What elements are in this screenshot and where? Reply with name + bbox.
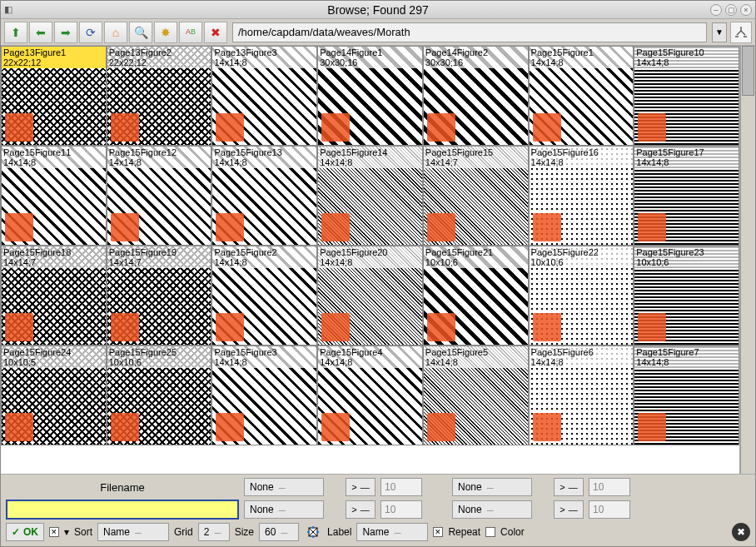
filter1-value[interactable] (380, 478, 422, 496)
scrollbar[interactable] (740, 46, 755, 474)
up-icon[interactable]: ⬆ (4, 22, 27, 43)
search-icon[interactable]: 🔍 (129, 22, 152, 43)
thumbnail[interactable]: Page15Figure1114x14;8 (1, 146, 107, 246)
filter1-op[interactable]: >— (346, 478, 376, 496)
ok-button[interactable]: ✓ OK (6, 523, 44, 541)
thumbnail[interactable]: Page15Figure1214x14;8 (107, 146, 212, 246)
back-icon[interactable]: ⬅ (29, 22, 52, 43)
thumbnail[interactable]: Page15Figure714x14;8 (634, 346, 739, 445)
size-label: Size (235, 526, 254, 538)
accent-swatch (427, 113, 455, 142)
sort-checkbox[interactable]: ✕ (49, 527, 59, 537)
minimize-button[interactable]: – (710, 4, 722, 16)
thumbnail-grid: Page13Figure122x22;12Page13Figure222x22;… (1, 46, 740, 474)
size-select[interactable]: 60— (259, 523, 299, 541)
filter3-op[interactable]: >— (346, 500, 376, 519)
accent-swatch (111, 113, 139, 142)
sort-by-select[interactable]: Name— (97, 523, 169, 541)
panel-close-button[interactable]: ✖ (732, 523, 750, 541)
ab-icon[interactable]: AB (179, 22, 202, 43)
thumbnail-label: Page15Figure714x14;8 (634, 346, 739, 368)
accent-swatch (427, 413, 455, 441)
pattern-icon[interactable] (304, 523, 322, 541)
thumbnail[interactable]: Page15Figure114x14;8 (529, 46, 634, 146)
thumbnail-label: Page15Figure2510x10;6 (107, 346, 211, 368)
label-by-select[interactable]: Name— (356, 523, 428, 541)
filter2-op[interactable]: >— (554, 478, 584, 496)
thumbnail[interactable]: Page15Figure514x14;8 (423, 346, 529, 445)
grid-select[interactable]: 2— (198, 523, 230, 541)
funnel-icon: ▾ (64, 526, 69, 538)
thumbnail[interactable]: Page15Figure1014x14;8 (634, 46, 739, 146)
thumbnail[interactable]: Page15Figure1614x14;8 (529, 146, 634, 246)
refresh-icon[interactable]: ⟳ (79, 22, 102, 43)
scrollbar-thumb[interactable] (742, 46, 754, 96)
thumbnail[interactable]: Page15Figure2014x14;8 (317, 246, 423, 346)
tree-icon[interactable] (730, 22, 752, 43)
thumbnail-label: Page15Figure1714x14;8 (634, 147, 739, 168)
edit-icon[interactable]: ✸ (154, 22, 177, 43)
path-dropdown-icon[interactable]: ▼ (712, 22, 727, 42)
thumbnail[interactable]: Page15Figure2410x10;5 (1, 346, 107, 445)
color-checkbox[interactable] (485, 527, 495, 537)
grid-area: Page13Figure122x22;12Page13Figure222x22;… (1, 46, 755, 474)
thumbnail-label: Page15Figure2014x14;8 (318, 246, 422, 268)
thumbnail[interactable]: Page14Figure230x30;16 (423, 46, 529, 146)
thumbnail-label: Page15Figure2210x10;6 (530, 246, 634, 268)
filter3-value[interactable] (380, 500, 422, 519)
thumbnail-label: Page15Figure1614x14;8 (530, 147, 634, 168)
thumbnail-label: Page15Figure214x14;8 (212, 246, 316, 268)
accent-swatch (216, 313, 244, 341)
thumbnail[interactable]: Page15Figure214x14;8 (211, 246, 317, 346)
accent-swatch (638, 213, 666, 241)
filter2-select[interactable]: None— (452, 478, 532, 496)
thumbnail-label: Page15Figure414x14;8 (318, 346, 422, 368)
thumbnail[interactable]: Page13Figure222x22;12 (107, 46, 212, 146)
accent-swatch (533, 113, 561, 142)
thumbnail-label: Page14Figure130x30;16 (318, 47, 422, 68)
thumbnail[interactable]: Page15Figure614x14;8 (529, 346, 634, 445)
thumbnail[interactable]: Page15Figure2310x10;6 (634, 246, 739, 346)
filename-input[interactable] (6, 500, 239, 520)
bottom-panel: Filename None— >— None— >— None— >— None… (1, 474, 755, 546)
thumbnail-label: Page14Figure230x30;16 (424, 47, 528, 68)
thumbnail[interactable]: Page15Figure1914x14;7 (107, 246, 212, 346)
thumbnail[interactable]: Page15Figure1514x14;7 (423, 146, 529, 246)
thumbnail[interactable]: Page15Figure1314x14;8 (211, 146, 317, 246)
accent-swatch (5, 413, 33, 441)
thumbnail[interactable]: Page15Figure1814x14;7 (1, 246, 107, 346)
thumbnail[interactable]: Page15Figure2210x10;6 (529, 246, 634, 346)
titlebar: ◧ Browse; Found 297 – ▢ × (1, 1, 755, 19)
thumbnail[interactable]: Page15Figure2510x10;6 (107, 346, 212, 445)
thumbnail[interactable]: Page13Figure122x22;12 (1, 46, 107, 146)
filter4-value[interactable] (589, 500, 630, 519)
thumbnail[interactable]: Page15Figure1714x14;8 (634, 146, 739, 246)
thumbnail[interactable]: Page13Figure314x14;8 (211, 46, 317, 146)
repeat-checkbox[interactable]: ✕ (433, 527, 443, 537)
thumbnail-label: Page13Figure222x22;12 (107, 47, 211, 68)
close-button[interactable]: × (740, 4, 752, 16)
filter3-select[interactable]: None— (244, 500, 324, 519)
color-label: Color (500, 526, 525, 538)
thumbnail[interactable]: Page15Figure2110x10;6 (423, 246, 529, 346)
repeat-label: Repeat (448, 526, 480, 538)
thumbnail[interactable]: Page15Figure414x14;8 (317, 346, 423, 445)
filter4-select[interactable]: None— (452, 500, 532, 519)
accent-swatch (533, 213, 561, 241)
accent-swatch (638, 113, 666, 142)
thumbnail[interactable]: Page15Figure1414x14;8 (317, 146, 423, 246)
filter1-select[interactable]: None— (244, 478, 324, 496)
grid-label: Grid (174, 526, 193, 538)
thumbnail-label: Page15Figure1014x14;8 (634, 47, 739, 68)
filter2-value[interactable] (589, 478, 630, 496)
filter4-op[interactable]: >— (554, 500, 584, 519)
thumbnail-label: Page13Figure314x14;8 (212, 47, 316, 68)
delete-icon[interactable]: ✖ (204, 22, 227, 43)
maximize-button[interactable]: ▢ (725, 4, 737, 16)
thumbnail[interactable]: Page15Figure314x14;8 (211, 346, 317, 445)
thumbnail[interactable]: Page14Figure130x30;16 (317, 46, 423, 146)
home-icon[interactable]: ⌂ (104, 22, 127, 43)
path-input[interactable] (232, 22, 707, 42)
thumbnail-label: Page15Figure1514x14;7 (424, 147, 528, 168)
forward-icon[interactable]: ➡ (54, 22, 77, 43)
